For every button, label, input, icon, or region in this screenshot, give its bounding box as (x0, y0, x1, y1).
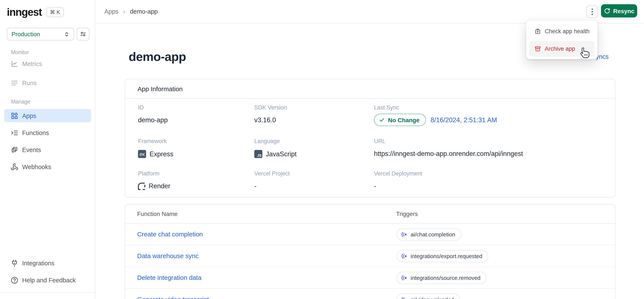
events-icon (11, 146, 18, 154)
field-url: URL https://inngest-demo-app.onrender.co… (374, 138, 523, 158)
health-kit-icon (534, 28, 541, 34)
menu-item-check-app-health[interactable]: Check app health (530, 24, 594, 39)
event-trigger-icon (401, 275, 408, 281)
function-link[interactable]: Generate video transcript (137, 296, 209, 299)
sidebar-item-events[interactable]: Events (4, 143, 91, 156)
inngest-logo: inngest (7, 6, 42, 18)
archive-box-icon (534, 46, 541, 52)
help-circle-icon (11, 276, 18, 284)
app-information-card: App Information ID demo-app SDK Version … (125, 79, 616, 198)
sidebar-item-label: Events (22, 146, 41, 153)
event-trigger-icon (401, 253, 408, 260)
last-sync-timestamp-link[interactable]: 8/16/2024, 2:51:31 AM (430, 116, 497, 124)
field-last-sync: Last Sync No Change 8/16/2024, 2:51:31 A… (374, 104, 497, 126)
functions-table-header: Function Name Triggers (125, 204, 615, 224)
function-link[interactable]: Create chat completion (137, 230, 203, 238)
column-triggers: Triggers (396, 210, 418, 217)
table-row: Delete integration data integrations/sou… (125, 267, 615, 289)
command-k-shortcut[interactable]: ⌘ K (46, 7, 64, 17)
plug-icon (11, 259, 18, 267)
field-platform: Platform Render (138, 170, 170, 190)
webhook-icon (11, 163, 18, 170)
trigger-badge: integrations/source.removed (396, 272, 486, 284)
sidebar-item-runs[interactable]: Runs (4, 76, 91, 90)
table-row: Data warehouse sync integrations/export.… (125, 245, 615, 267)
sidebar-item-label: Functions (22, 129, 49, 136)
trigger-badge: integrations/export.requested (396, 250, 488, 262)
sidebar-item-help[interactable]: Help and Feedback (4, 274, 91, 287)
page-title: demo-app (129, 50, 186, 64)
section-label-manage: Manage (11, 99, 30, 105)
resync-button[interactable]: Resync (601, 4, 637, 18)
check-icon (379, 117, 384, 123)
refresh-icon (604, 8, 610, 14)
mouse-cursor-pointer (578, 47, 590, 59)
field-id: ID demo-app (138, 104, 168, 124)
sidebar-item-integrations[interactable]: Integrations (4, 256, 91, 270)
column-function-name: Function Name (137, 210, 178, 217)
event-trigger-icon (401, 296, 408, 299)
sidebar-item-label: Runs (22, 80, 37, 86)
sidebar: inngest ⌘ K Production Monitor Metrics (0, 0, 96, 299)
breadcrumb-current: demo-app (130, 8, 158, 15)
functions-table-card: Function Name Triggers Create chat compl… (125, 204, 616, 299)
breadcrumb-apps[interactable]: Apps (104, 8, 118, 15)
functions-icon (11, 129, 18, 136)
breadcrumb: Apps › demo-app (104, 8, 158, 15)
function-link[interactable]: Data warehouse sync (137, 252, 199, 260)
trigger-badge: ai/chat.completion (396, 228, 461, 241)
sidebar-item-label: Metrics (22, 60, 42, 67)
list-runs-icon (11, 79, 18, 87)
function-link[interactable]: Delete integration data (137, 274, 202, 281)
table-row: Create chat completion ai/chat.completio… (125, 224, 615, 245)
sidebar-footer-divider (0, 292, 96, 292)
app-root: inngest ⌘ K Production Monitor Metrics (0, 0, 644, 299)
field-vercel-project: Vercel Project - (254, 170, 290, 190)
environment-select[interactable]: Production (7, 28, 74, 40)
field-sdk-version: SDK Version v3.16.0 (254, 104, 287, 124)
express-logo-icon: ex (138, 150, 146, 158)
sidebar-item-label: Help and Feedback (22, 277, 76, 284)
sidebar-item-label: Apps (22, 112, 36, 119)
sidebar-item-metrics[interactable]: Metrics (4, 57, 91, 70)
chevron-right-icon: › (123, 8, 125, 15)
sidebar-item-label: Webhooks (22, 163, 51, 170)
app-actions-menu-button[interactable] (586, 5, 598, 18)
table-row: Generate video transcript ai/video.uploa… (125, 289, 615, 299)
resync-label: Resync (613, 8, 634, 14)
event-trigger-icon (401, 231, 408, 238)
chart-line-icon (11, 60, 18, 68)
section-label-monitor: Monitor (11, 50, 29, 55)
display-settings-button[interactable] (77, 28, 90, 40)
environment-select-value: Production (12, 31, 40, 38)
javascript-logo-icon: JS (254, 150, 262, 158)
ellipsis-vertical-icon (592, 8, 593, 10)
main-content: demo-app See all syncs App Information I… (96, 24, 644, 299)
sidebar-item-webhooks[interactable]: Webhooks (4, 160, 91, 173)
trigger-badge: ai/video.uploaded (396, 294, 460, 299)
field-framework: Framework ex Express (138, 138, 173, 158)
sidebar-item-apps[interactable]: Apps (4, 109, 91, 122)
chevron-up-down-icon (64, 31, 70, 37)
apps-grid-icon (11, 112, 18, 120)
sidebar-item-functions[interactable]: Functions (4, 126, 91, 139)
no-change-badge: No Change (374, 114, 426, 126)
field-vercel-deployment: Vercel Deployment - (374, 170, 422, 190)
sliders-icon (80, 31, 86, 38)
sidebar-item-label: Integrations (22, 260, 54, 266)
field-language: Language JS JavaScript (254, 138, 297, 158)
app-information-title: App Information (125, 79, 615, 99)
render-logo-icon (138, 182, 145, 190)
